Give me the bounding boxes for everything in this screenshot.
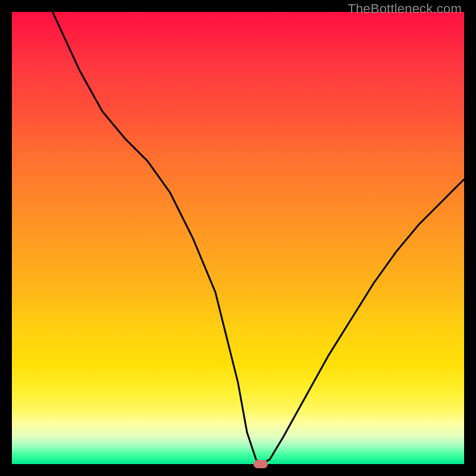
curve-svg: [12, 12, 464, 464]
bottleneck-curve-path: [52, 12, 464, 464]
plot-area: [12, 12, 464, 464]
watermark-text: TheBottleneck.com: [347, 1, 462, 17]
chart-container: TheBottleneck.com: [0, 0, 476, 476]
bottleneck-marker: [253, 460, 268, 468]
